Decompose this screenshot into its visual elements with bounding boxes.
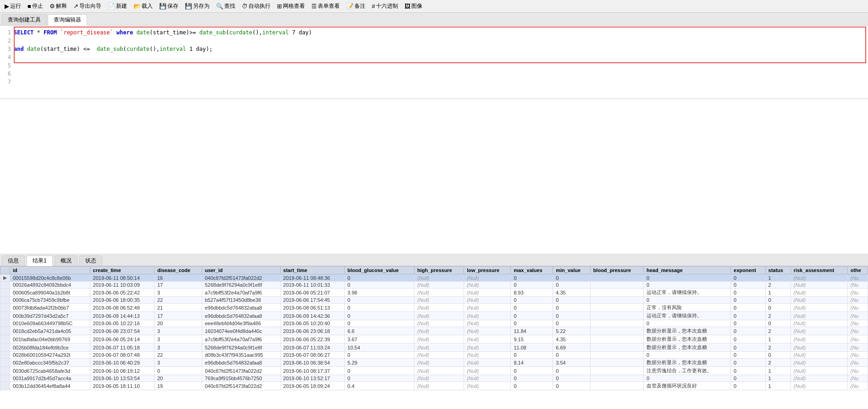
toolbar-btn-find[interactable]: 🔍查找 <box>213 1 238 11</box>
cell-2-14: (Null) <box>791 289 847 297</box>
col-header-high_pressure[interactable]: high_pressure <box>414 267 464 274</box>
cell-4-11: 正常，没有风险 <box>644 304 731 312</box>
code-area[interactable]: SELECT * FROM `report_disease` where dat… <box>14 27 868 86</box>
cell-7-15: (Nu <box>847 327 868 335</box>
toolbar-btn-hex[interactable]: #十六进制 <box>369 1 401 11</box>
cell-2-15: (Nu <box>847 289 868 297</box>
table-row[interactable]: 002e80abccc345f5b2c372019-06-10 06:40:29… <box>0 359 868 367</box>
col-header-max_values[interactable]: max_values <box>511 267 553 274</box>
cell-11-1: 2019-06-10 06:40:29 <box>90 359 154 367</box>
table-row[interactable]: 0010e609a663449798b5C2019-06-05 10:22:16… <box>0 320 868 327</box>
col-header-min_value[interactable]: min_value <box>553 267 590 274</box>
result-tab-status[interactable]: 状态 <box>79 256 102 266</box>
cell-2-5: 3.98 <box>344 289 414 297</box>
col-header-low_pressure[interactable]: low_pressure <box>464 267 511 274</box>
cell-4-13: 0 <box>765 304 791 312</box>
query-tabs-bar: 查询创建工具查询编辑器 <box>0 13 868 26</box>
table-row[interactable]: 0006ca75cb73459c9bfbe2019-06-06 18:00:35… <box>0 297 868 304</box>
col-header-othe[interactable]: othe <box>847 267 868 274</box>
col-header-disease_code[interactable]: disease_code <box>154 267 202 274</box>
cell-14-1: 2019-06-05 18:11:10 <box>90 382 154 390</box>
col-header-blood_pressure[interactable]: blood_pressure <box>590 267 643 274</box>
toolbar-btn-label-run: 运行 <box>10 2 21 10</box>
toolbar-btn-formview[interactable]: ☰表单查看 <box>309 1 343 11</box>
toolbar-btn-label-save: 保存 <box>167 2 178 10</box>
col-header-head_message[interactable]: head_message <box>644 267 731 274</box>
cell-3-13: 0 <box>765 297 791 304</box>
col-header-status[interactable]: status <box>765 267 791 274</box>
cell-6-8: 0 <box>511 320 553 327</box>
cell-6-3: eee48ebfd4d04e3f9a486 <box>202 320 280 327</box>
toolbar-btn-run[interactable]: ▶运行 <box>2 1 24 11</box>
table-row[interactable]: 00026a4892c84092bbdc42019-06-11 10:03:09… <box>0 282 868 289</box>
toolbar-btn-notes[interactable]: 📝备注 <box>343 1 368 11</box>
sql-editor-area[interactable]: 1234567 SELECT * FROM `report_disease` w… <box>0 26 868 99</box>
cell-9-2: 3 <box>154 344 202 352</box>
cell-14-10 <box>590 382 643 390</box>
cell-1-13: 2 <box>765 282 791 289</box>
toolbar-btn-label-explain: 解释 <box>56 2 67 10</box>
result-tab-overview[interactable]: 概况 <box>55 256 77 266</box>
cell-7-12: 0 <box>731 327 765 335</box>
cell-0-6: (Null) <box>414 274 464 282</box>
cell-3-4: 2019-06-06 17:54:45 <box>280 297 344 304</box>
col-header-blood_glucose_value[interactable]: blood_glucose_value <box>344 267 414 274</box>
table-row[interactable]: ▶00015598d20c4c8c8e06b2019-06-11 08:50:1… <box>0 274 868 282</box>
cell-9-6: (Null) <box>414 344 464 352</box>
result-tab-info[interactable]: 信息 <box>2 256 25 266</box>
toolbar-btn-autorun[interactable]: ⏱自动执行 <box>239 1 273 11</box>
toolbar-btn-explain[interactable]: ⚙解释 <box>47 1 70 11</box>
toolbar-btn-guide[interactable]: ↗导出向导 <box>71 1 104 11</box>
table-row[interactable]: 00073fdb8ada42f2b0bb72019-06-08 06:52:48… <box>0 304 868 312</box>
cell-14-7: (Null) <box>464 382 511 390</box>
table-row[interactable]: 0026b08fda184efb9b3ce2019-06-07 11:05:18… <box>0 344 868 352</box>
line-number-6: 6 <box>0 70 11 78</box>
cell-12-3: 040c87fd2f51473fa022d2 <box>202 367 280 375</box>
query-tab-query_editor[interactable]: 查询编辑器 <box>48 14 87 26</box>
col-header-user_id[interactable]: user_id <box>202 267 280 274</box>
toolbar-btn-stop[interactable]: ■停止 <box>25 1 46 11</box>
table-row[interactable]: 0030d6725cab4658afe3d2019-06-10 08:19:12… <box>0 367 868 375</box>
toolbar-btn-gridview[interactable]: ⊞网格查看 <box>274 1 308 11</box>
table-row[interactable]: 001fadfafac04e0bb997692019-06-06 05:24:1… <box>0 335 868 344</box>
code-line-1: SELECT * FROM `report_disease` where dat… <box>14 28 868 37</box>
table-row[interactable]: 000b39d7297d43d2a5c72019-06-09 14:44:131… <box>0 312 868 320</box>
cell-13-10 <box>590 375 643 382</box>
result-tab-result1[interactable]: 结果1 <box>27 256 53 266</box>
cell-0-10 <box>590 274 643 282</box>
cell-4-15: (Nu <box>847 304 868 312</box>
row-indicator <box>0 327 10 335</box>
cell-13-13: 1 <box>765 375 791 382</box>
col-header-indicator <box>0 267 10 274</box>
saveas-icon: 💾 <box>185 3 192 10</box>
cell-1-3: 5268de9f76294a0c9f1e8f <box>202 282 280 289</box>
table-row[interactable]: 0028b60010594274a292t2019-06-07 08:07:48… <box>0 352 868 359</box>
cell-11-2: 3 <box>154 359 202 367</box>
cell-8-0: 001fadfafac04e0bb99769 <box>10 335 90 344</box>
query-tab-query_builder[interactable]: 查询创建工具 <box>2 14 47 25</box>
col-header-risk_assessment[interactable]: risk_assessment <box>791 267 847 274</box>
table-row[interactable]: 003b12dd36454ef8a8a442019-06-05 18:11:10… <box>0 382 868 390</box>
toolbar-btn-saveas[interactable]: 💾另存为 <box>182 1 212 11</box>
table-row[interactable]: 0031a9917d2b45d7acc4a2019-06-10 13:53:54… <box>0 375 868 382</box>
cell-2-13: 1 <box>765 289 791 297</box>
toolbar-btn-new[interactable]: 📄新建 <box>105 1 130 11</box>
toolbar-btn-label-saveas: 另存为 <box>193 2 210 10</box>
editor-content: 1234567 SELECT * FROM `report_disease` w… <box>0 27 868 86</box>
toolbar-btn-image[interactable]: 🖼图像 <box>402 1 425 11</box>
cell-14-6: (Null) <box>414 382 464 390</box>
new-icon: 📄 <box>108 3 115 10</box>
table-row[interactable]: 000605ca899040a1b2b8t2019-06-06 05:22:42… <box>0 289 868 297</box>
table-row[interactable]: 0018cd2eb5a7421da4c052019-06-06 23:07:54… <box>0 327 868 335</box>
col-header-start_time[interactable]: start_time <box>280 267 344 274</box>
table-container[interactable]: idcreate_timedisease_codeuser_idstart_ti… <box>0 266 868 409</box>
cell-3-5: 0 <box>344 297 414 304</box>
cell-1-2: 17 <box>154 282 202 289</box>
col-header-create_time[interactable]: create_time <box>90 267 154 274</box>
toolbar-btn-save[interactable]: 💾保存 <box>156 1 181 11</box>
toolbar-btn-load[interactable]: 📂载入 <box>131 1 155 11</box>
col-header-exponent[interactable]: exponent <box>731 267 765 274</box>
cell-0-7: (Null) <box>464 274 511 282</box>
col-header-id[interactable]: id <box>10 267 90 274</box>
result-table: idcreate_timedisease_codeuser_idstart_ti… <box>0 266 868 390</box>
